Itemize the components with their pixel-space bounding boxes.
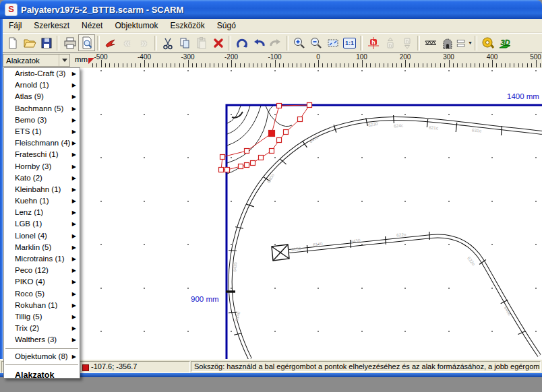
zoom-actual-button[interactable]: 1:1 (341, 34, 358, 51)
polygon-vertex-handle[interactable] (277, 104, 282, 108)
polygon-vertex-handle[interactable] (277, 138, 282, 143)
polygon-vertex-handle[interactable] (284, 130, 289, 135)
status-bar: -107.6; -356.7 Sokszög: használd a bal e… (0, 359, 542, 374)
polygon-vertex-handle[interactable] (245, 149, 249, 154)
library-item-rokuhan-1[interactable]: Rokuhan (1)▶ (4, 300, 80, 311)
ruler-tick (475, 63, 475, 67)
library-item-kato-2[interactable]: Kato (2)▶ (4, 172, 80, 184)
ruler-tick (418, 63, 419, 67)
polygon-vertex-handle[interactable] (259, 156, 264, 160)
polygon-vertex-handle[interactable] (220, 155, 225, 160)
copy-button[interactable] (176, 34, 193, 51)
polygon-vertex-handle[interactable] (219, 168, 224, 172)
polygon-vertex-handle[interactable] (251, 161, 255, 166)
library-item-fleischmann-4[interactable]: Fleischmann (4)▶ (4, 137, 80, 149)
library-item-walthers-3[interactable]: Walthers (3)▶ (4, 334, 80, 346)
cut-button[interactable] (159, 34, 176, 51)
menu-n-zet[interactable]: Nézet (76, 20, 109, 32)
menu-szerkeszt[interactable]: Szerkeszt (28, 20, 76, 32)
library-item-objektumok-8[interactable]: Objektumok (8)▶ (4, 351, 80, 362)
drawing-canvas[interactable]: 1400 mm 900 mm 6230624c621c631c6410640o6… (3, 68, 542, 359)
library-item-ets-1[interactable]: ETS (1)▶ (4, 126, 80, 137)
ruler-tick (322, 63, 323, 67)
zoom-in-button[interactable] (291, 34, 307, 51)
library-item-piko-4[interactable]: PIKO (4)▶ (4, 276, 80, 288)
library-item-kuehn-1[interactable]: Kuehn (1)▶ (4, 195, 80, 207)
polygon-vertex-handle-current[interactable] (269, 131, 275, 137)
library-item-peco-12[interactable]: Peco (12)▶ (4, 265, 80, 276)
library-item-microtrains-1[interactable]: Microtrains (1)▶ (4, 253, 80, 265)
library-item-lenz-1[interactable]: Lenz (1)▶ (4, 207, 80, 218)
zoom-out-button[interactable] (307, 34, 324, 51)
measure-button[interactable] (479, 34, 496, 51)
menu-s-g[interactable]: Súgó (211, 20, 242, 32)
library-item-atlas-9[interactable]: Atlas (9)▶ (4, 91, 80, 102)
new-file-button[interactable] (4, 34, 21, 51)
library-item-kleinbahn-1[interactable]: Kleinbahn (1)▶ (4, 184, 80, 195)
polygon-vertex-handle[interactable] (298, 117, 303, 122)
library-selector-combobox[interactable]: Alakzatok (3, 54, 70, 67)
polygon-vertex-handle[interactable] (307, 103, 312, 108)
ruler-tick (127, 63, 127, 67)
print-button[interactable] (61, 34, 78, 51)
grid-dot (144, 70, 145, 71)
grid-dot (144, 288, 145, 289)
library-item-hornby-3[interactable]: Hornby (3)▶ (4, 161, 80, 172)
polygon-vertex-handle[interactable] (270, 149, 274, 154)
pointer-tool-button[interactable] (102, 34, 119, 51)
submenu-arrow-icon: ▶ (72, 253, 76, 265)
ruler-tick (105, 63, 106, 67)
siding-track (289, 236, 539, 356)
height-point-button[interactable]: h (365, 34, 382, 51)
zoom-fit-button[interactable] (324, 34, 341, 51)
ruler-tick (435, 63, 436, 67)
ruler-tick (210, 63, 210, 67)
ruler-tick (488, 63, 489, 67)
submenu-arrow-icon: ▶ (72, 242, 76, 253)
open-file-button[interactable] (21, 34, 38, 51)
ruler-tick (235, 63, 236, 67)
menu-objektumok[interactable]: Objektumok (109, 20, 164, 32)
polygon-vertex-handle[interactable] (239, 164, 243, 169)
grid-dot (100, 70, 102, 71)
ruler-tick (253, 63, 253, 67)
library-item-tillig-5[interactable]: Tillig (5)▶ (4, 311, 80, 323)
library-item-trix-2[interactable]: Trix (2)▶ (4, 323, 80, 334)
ruler-tick (427, 63, 427, 67)
save-file-button[interactable] (38, 34, 55, 51)
library-item-lionel-4[interactable]: Lionel (4)▶ (4, 230, 80, 242)
menu-bar: FájlSzerkesztNézetObjektumokEszközökSúgó (3, 19, 542, 33)
library-item-frateschi-1[interactable]: Frateschi (1)▶ (4, 149, 80, 160)
print-preview-button[interactable] (78, 34, 95, 51)
library-item-bemo-3[interactable]: Bemo (3)▶ (4, 115, 80, 126)
selection-polygon[interactable] (219, 103, 312, 172)
library-item-aristo-craft-3[interactable]: Aristo-Craft (3)▶ (4, 68, 80, 79)
library-item-bachmann-5[interactable]: Bachmann (5)▶ (4, 103, 80, 115)
undo-button[interactable] (250, 34, 267, 51)
ruler-tick (283, 63, 284, 67)
tunnel-button[interactable] (439, 34, 456, 51)
submenu-arrow-icon: ▶ (72, 126, 76, 137)
delete-button[interactable] (210, 34, 227, 51)
library-item-roco-5[interactable]: Roco (5)▶ (4, 288, 80, 300)
library-item-arnold-1[interactable]: Arnold (1)▶ (4, 79, 80, 91)
bridge-button[interactable] (422, 34, 439, 51)
toolbar-separator (286, 36, 289, 51)
polygon-vertex-handle[interactable] (245, 163, 249, 168)
library-item-marklin-5[interactable]: Marklin (5)▶ (4, 242, 80, 253)
library-menu-footer-alakzatok[interactable]: Alakzatok (4, 367, 80, 380)
dropdown-arrow-icon[interactable]: ▼ (468, 40, 473, 45)
rotate-button[interactable] (233, 34, 250, 51)
view-3d-button[interactable]: 3D (496, 34, 513, 51)
menu-eszk-z-k[interactable]: Eszközök (164, 20, 210, 32)
ruler-tick (522, 63, 523, 67)
grid-dot (231, 288, 232, 289)
library-item-lgb-1[interactable]: LGB (1)▶ (4, 218, 80, 230)
layers-button[interactable]: ▼ (456, 34, 473, 51)
grid-dot (231, 244, 232, 245)
grid-dot (144, 244, 145, 245)
polygon-vertex-handle[interactable] (225, 168, 230, 172)
menu-f-jl[interactable]: Fájl (3, 20, 28, 32)
combobox-dropdown-arrow-icon[interactable] (59, 55, 69, 66)
ruler-tick (366, 63, 367, 67)
